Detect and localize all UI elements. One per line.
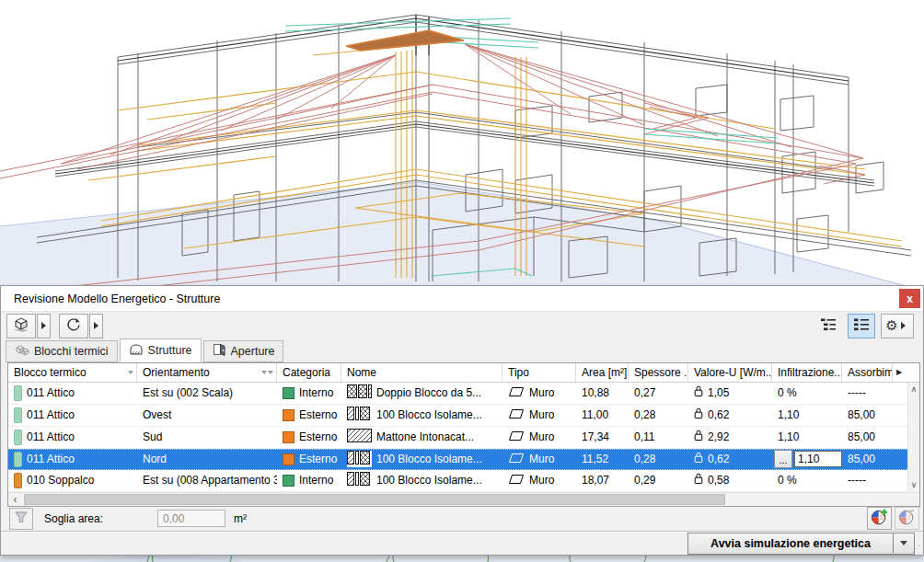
window-footer: Avvia simulazione energetica ⋰	[1, 532, 923, 555]
wall-icon	[508, 430, 525, 444]
horizontal-scrollbar[interactable]: ‹	[8, 492, 919, 506]
category-color-chip	[283, 453, 295, 465]
area-threshold-input[interactable]	[157, 510, 225, 527]
browse-value-button[interactable]: ...	[774, 450, 792, 468]
scrollbar-corner	[906, 493, 919, 506]
wall-composite-icon	[347, 384, 372, 401]
table-row[interactable]: 011 Attico Sud Esterno Mattone Intonacat…	[8, 427, 907, 449]
vertical-scroll-track[interactable]	[908, 396, 919, 478]
wall-composite-icon	[347, 429, 372, 445]
tab-label: Strutture	[148, 344, 192, 357]
column-header-infiltrazione[interactable]: Infiltrazione...	[772, 363, 842, 382]
more-columns-icon: ▶	[896, 368, 902, 376]
remove-energy-report-button[interactable]	[895, 507, 919, 530]
column-header-valore-u[interactable]: Valore-U [W/m...	[688, 363, 772, 382]
window-title: Revisione Modello Energetico - Strutture	[14, 292, 220, 305]
column-header-categoria[interactable]: Categoria	[277, 363, 341, 382]
column-header-nome[interactable]: Nome	[341, 363, 502, 382]
block-color-swatch	[14, 385, 22, 401]
flat-roof-surface	[346, 30, 464, 51]
tree-view-button[interactable]	[814, 314, 842, 338]
table-row[interactable]: 010 Soppalco Est su (008 Appartamento 3)…	[8, 470, 907, 492]
more-columns-button[interactable]: ▶	[893, 363, 906, 382]
category-color-chip	[283, 475, 295, 487]
scroll-left-arrow[interactable]: ‹	[8, 493, 22, 506]
wall-composite-icon	[347, 451, 372, 467]
tree-view-icon	[820, 317, 837, 334]
sort-descending-icon	[128, 371, 133, 377]
openings-door-icon	[213, 343, 226, 359]
lock-icon	[694, 385, 703, 400]
resize-grip[interactable]: ⋰	[912, 545, 921, 554]
funnel-icon	[14, 510, 29, 527]
block-color-swatch	[14, 430, 22, 445]
scroll-up-arrow[interactable]: ∧	[908, 383, 919, 396]
update-model-button[interactable]	[59, 314, 88, 338]
column-header-assorbimento[interactable]: Assorbimer	[842, 363, 893, 382]
column-header-blocco-termico[interactable]: Blocco termico	[8, 363, 137, 382]
lock-icon	[694, 430, 703, 444]
toolbar: ⚙	[1, 312, 923, 340]
filter-row: Soglia area: m²	[1, 507, 923, 532]
energy-model-review-window: Revisione Modello Energetico - Strutture…	[0, 285, 924, 556]
tab-label: Blocchi termici	[34, 345, 109, 358]
add-energy-report-button[interactable]	[867, 507, 892, 530]
show-in-3d-button[interactable]	[6, 314, 36, 338]
table-row[interactable]: 011 Attico Est su (002 Scala) Interno Do…	[8, 383, 907, 405]
category-color-chip	[283, 409, 295, 421]
tab-strutture[interactable]: Strutture	[120, 338, 202, 362]
area-threshold-label: Soglia area:	[44, 512, 103, 525]
block-color-swatch	[14, 473, 22, 488]
list-view-icon	[853, 317, 870, 334]
tab-label: Aperture	[231, 345, 275, 358]
energy-report-add-icon	[871, 509, 888, 529]
filter-button[interactable]	[9, 508, 33, 530]
lock-icon	[694, 473, 703, 487]
horizontal-scroll-thumb[interactable]	[24, 494, 725, 505]
lock-icon	[694, 452, 703, 466]
thermal-blocks-icon	[15, 344, 29, 359]
run-energy-simulation-button[interactable]: Avvia simulazione energetica	[687, 533, 894, 555]
settings-button[interactable]: ⚙	[881, 314, 914, 338]
tab-aperture[interactable]: Aperture	[203, 340, 284, 362]
column-header-spessore[interactable]: Spessore ...	[629, 363, 688, 382]
category-color-chip	[283, 387, 295, 399]
window-titlebar[interactable]: Revisione Modello Energetico - Strutture…	[1, 286, 923, 312]
structures-icon	[129, 342, 144, 358]
wall-composite-icon	[347, 407, 372, 423]
dropdown-down-icon	[900, 541, 907, 549]
category-color-chip	[283, 431, 295, 443]
sort-descending-icon	[268, 371, 273, 377]
list-view-button[interactable]	[848, 314, 875, 338]
column-header-tipo[interactable]: Tipo	[502, 363, 576, 382]
close-button[interactable]: x	[899, 289, 920, 308]
table-body: 011 Attico Est su (002 Scala) Interno Do…	[8, 383, 907, 492]
show-in-3d-dropdown[interactable]	[37, 314, 51, 338]
wall-icon	[508, 407, 525, 422]
energy-report-remove-icon	[898, 509, 916, 529]
table-header: Blocco termico Orientamento Categoria No…	[8, 363, 919, 383]
sort-descending-icon	[261, 371, 267, 377]
column-header-area[interactable]: Area [m²]	[576, 363, 629, 382]
scroll-down-arrow[interactable]: ∨	[908, 478, 919, 492]
structures-table: Blocco termico Orientamento Categoria No…	[7, 362, 920, 507]
area-unit-label: m²	[234, 512, 247, 525]
wall-icon	[508, 473, 525, 487]
lock-icon	[694, 407, 703, 422]
column-header-orientamento[interactable]: Orientamento	[137, 363, 277, 382]
dropdown-right-icon	[901, 322, 909, 329]
table-row[interactable]: 011 Attico Ovest Esterno 100 Blocco Isol…	[8, 405, 907, 427]
dropdown-right-icon	[41, 322, 50, 329]
gear-icon: ⚙	[885, 319, 897, 333]
block-color-swatch	[14, 407, 22, 423]
close-icon: x	[907, 292, 913, 305]
tab-blocchi-termici[interactable]: Blocchi termici	[6, 340, 118, 362]
update-model-dropdown[interactable]	[89, 314, 103, 338]
wall-composite-icon	[347, 472, 372, 488]
table-row-selected[interactable]: 011 Attico Nord Esterno 100 Blocco Isola…	[8, 449, 907, 470]
vertical-scrollbar[interactable]: ∧ ∨	[907, 383, 919, 492]
infiltration-edit-input[interactable]	[794, 451, 842, 467]
tab-bar: Blocchi termici Strutture Aperture	[1, 340, 923, 362]
dropdown-right-icon	[94, 322, 102, 329]
wall-icon	[508, 452, 525, 466]
